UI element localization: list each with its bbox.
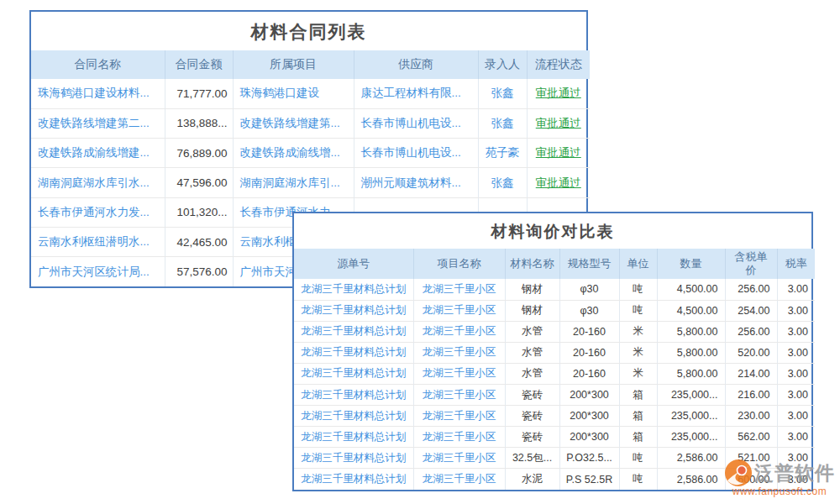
table-cell[interactable]: 张鑫: [478, 168, 527, 197]
table-cell: 235,000...: [657, 384, 725, 405]
table-cell[interactable]: 张鑫: [478, 108, 527, 138]
table-row: 龙湖三千里材料总计划龙湖三千里小区钢材φ30吨4,500.00256.003.0…: [294, 279, 815, 300]
table-cell[interactable]: 湖南洞庭湖水库引水...: [31, 168, 165, 197]
table-cell[interactable]: 龙湖三千里小区: [413, 321, 505, 342]
table-cell[interactable]: 龙湖三千里材料总计划: [294, 321, 413, 342]
table-cell[interactable]: 龙湖三千里小区: [413, 384, 505, 405]
table-cell: 71,777.00: [165, 79, 233, 108]
table-cell[interactable]: 云南水利枢纽潜明水...: [31, 227, 165, 256]
table-cell: 米: [619, 321, 657, 342]
col-header-unit: 单位: [619, 249, 657, 279]
table-cell[interactable]: 改建铁路线增建第二...: [31, 108, 165, 138]
table-cell: 4,500.00: [657, 279, 725, 300]
table-cell[interactable]: 改建铁路成渝线增...: [233, 139, 354, 168]
table-row: 龙湖三千里材料总计划龙湖三千里小区水管20-160米5,800.00520.00…: [294, 342, 815, 363]
table-row: 龙湖三千里材料总计划龙湖三千里小区水管20-160米5,800.00256.00…: [294, 321, 815, 342]
table-cell[interactable]: 潮州元顺建筑材料...: [354, 168, 478, 197]
table-cell[interactable]: 康达工程材料有限...: [354, 79, 478, 108]
table-cell[interactable]: 长春市博山机电设...: [354, 108, 478, 138]
table-row: 龙湖三千里材料总计划龙湖三千里小区32.5包...P.O32.5...吨2,58…: [294, 448, 815, 469]
table-cell[interactable]: 龙湖三千里小区: [413, 342, 505, 363]
contract-table-header: 合同名称 合同金额 所属项目 供应商 录入人 流程状态: [31, 50, 590, 79]
table-cell[interactable]: 审批通过: [527, 79, 590, 108]
col-header-recorder: 录入人: [478, 50, 527, 79]
col-header-quantity: 数量: [657, 249, 725, 279]
table-cell: 水管: [505, 321, 559, 342]
table-cell[interactable]: 湖南洞庭湖水库引...: [233, 168, 354, 197]
table-cell[interactable]: 龙湖三千里材料总计划: [294, 384, 413, 405]
header-row: 源单号 项目名称 材料名称 规格型号 单位 数量 含税单价 税率: [294, 249, 815, 279]
table-cell[interactable]: 龙湖三千里小区: [413, 300, 505, 321]
table-cell: 235,000...: [657, 406, 725, 427]
table-cell: 57,576.00: [165, 257, 233, 286]
table-cell: 3.00: [777, 363, 815, 384]
col-header-tax-rate: 税率: [777, 249, 815, 279]
table-cell[interactable]: 审批通过: [527, 168, 590, 197]
table-cell[interactable]: 审批通过: [527, 108, 590, 138]
table-cell[interactable]: 改建铁路成渝线增建...: [31, 139, 165, 168]
table-row: 龙湖三千里材料总计划龙湖三千里小区水管20-160米5,800.00214.00…: [294, 363, 815, 384]
table-cell[interactable]: 苑子豪: [478, 139, 527, 168]
table-cell[interactable]: 龙湖三千里小区: [413, 448, 505, 469]
table-cell[interactable]: 广州市天河区统计局...: [31, 257, 165, 286]
table-cell: 吨: [619, 469, 657, 490]
col-header-flow-status: 流程状态: [527, 50, 590, 79]
table-cell[interactable]: 龙湖三千里材料总计划: [294, 363, 413, 384]
col-header-source-no: 源单号: [294, 249, 413, 279]
table-cell[interactable]: 龙湖三千里材料总计划: [294, 427, 413, 448]
table-cell: 3.00: [777, 448, 815, 469]
table-cell[interactable]: 龙湖三千里材料总计划: [294, 300, 413, 321]
table-cell[interactable]: 龙湖三千里小区: [413, 279, 505, 300]
table-cell: 214.00: [725, 363, 777, 384]
table-cell: 32.5包...: [505, 448, 559, 469]
table-cell: 钢材: [505, 279, 559, 300]
table-cell: 3.00: [777, 406, 815, 427]
table-cell[interactable]: 审批通过: [527, 139, 590, 168]
table-cell: 瓷砖: [505, 427, 559, 448]
table-cell[interactable]: 龙湖三千里小区: [413, 469, 505, 490]
table-cell[interactable]: 龙湖三千里材料总计划: [294, 342, 413, 363]
inquiry-compare-title: 材料询价对比表: [294, 213, 811, 249]
col-header-material-name: 材料名称: [505, 249, 559, 279]
table-cell: 3.00: [777, 279, 815, 300]
table-cell: P.O32.5...: [559, 448, 619, 469]
table-row: 龙湖三千里材料总计划龙湖三千里小区瓷砖200*300箱235,000...216…: [294, 384, 815, 405]
table-row: 龙湖三千里材料总计划龙湖三千里小区瓷砖200*300箱235,000...562…: [294, 427, 815, 448]
table-cell: 20-160: [559, 342, 619, 363]
table-cell[interactable]: 龙湖三千里小区: [413, 363, 505, 384]
table-cell: 2,586.00: [657, 469, 725, 490]
table-cell: 5,800.00: [657, 342, 725, 363]
col-header-supplier: 供应商: [354, 50, 478, 79]
table-cell: 3.00: [777, 300, 815, 321]
inquiry-table-header: 源单号 项目名称 材料名称 规格型号 单位 数量 含税单价 税率: [294, 249, 815, 279]
col-header-tax-unit-price: 含税单价: [725, 249, 777, 279]
col-header-spec-model: 规格型号: [559, 249, 619, 279]
table-cell[interactable]: 珠海鹤港口建设材料...: [31, 79, 165, 108]
table-cell[interactable]: 长春市博山机电设...: [354, 139, 478, 168]
table-cell[interactable]: 改建铁路线增建第...: [233, 108, 354, 138]
table-cell: 水泥: [505, 469, 559, 490]
table-cell[interactable]: 龙湖三千里材料总计划: [294, 279, 413, 300]
table-cell: 钢材: [505, 300, 559, 321]
table-cell[interactable]: 龙湖三千里材料总计划: [294, 448, 413, 469]
table-cell[interactable]: 龙湖三千里小区: [413, 406, 505, 427]
col-header-project-name: 项目名称: [413, 249, 505, 279]
table-cell: 138,888...: [165, 108, 233, 138]
table-cell[interactable]: 龙湖三千里材料总计划: [294, 469, 413, 490]
table-cell: 箱: [619, 427, 657, 448]
table-cell[interactable]: 龙湖三千里小区: [413, 427, 505, 448]
table-cell[interactable]: 龙湖三千里材料总计划: [294, 406, 413, 427]
table-cell: 吨: [619, 448, 657, 469]
table-cell[interactable]: 珠海鹤港口建设: [233, 79, 354, 108]
table-cell: 4,500.00: [657, 300, 725, 321]
table-row: 珠海鹤港口建设材料...71,777.00珠海鹤港口建设康达工程材料有限...张…: [31, 79, 590, 108]
table-cell: 2,586.00: [657, 448, 725, 469]
table-cell[interactable]: 长春市伊通河水力发...: [31, 197, 165, 227]
table-cell: 600.00: [725, 469, 777, 490]
table-cell: 3.00: [777, 342, 815, 363]
table-cell[interactable]: 张鑫: [478, 79, 527, 108]
table-cell: 562.00: [725, 427, 777, 448]
col-header-contract-amount: 合同金额: [165, 50, 233, 79]
table-cell: 5,800.00: [657, 321, 725, 342]
contract-list-title: 材料合同列表: [31, 12, 586, 50]
